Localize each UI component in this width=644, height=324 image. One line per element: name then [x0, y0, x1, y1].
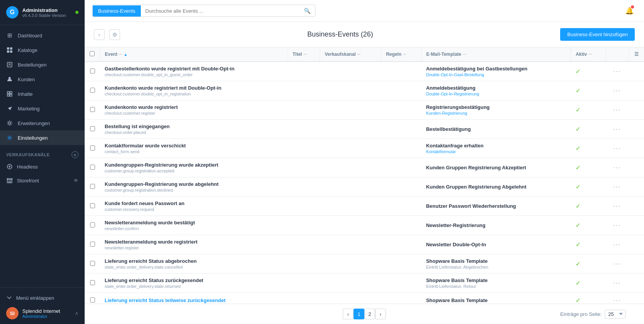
add-business-event-button[interactable]: Business-Event hinzufügen [560, 28, 635, 41]
event-key: checkout.customer.register [105, 111, 283, 115]
per-page-select[interactable]: 10 25 50 100 [605, 310, 626, 319]
sidebar-item-einstellungen[interactable]: Einstellungen [0, 130, 85, 145]
row-more-button[interactable]: ··· [613, 126, 621, 132]
collapse-menu-button[interactable]: Menü einklappen [6, 292, 78, 303]
template-name: Anmeldebestätigung bei Gastbestellungen [426, 66, 566, 72]
row-actions-cell: ··· [606, 197, 629, 216]
row-more-button[interactable]: ··· [613, 164, 621, 171]
aktiv-sort-icon[interactable]: ··· [589, 52, 592, 57]
sidebar-item-bestellungen[interactable]: Bestellungen [0, 57, 85, 72]
search-tab[interactable]: Business-Events [93, 5, 141, 17]
regeln-cell [381, 120, 421, 139]
email-template-cell: Shopware Basis Template [421, 293, 571, 304]
row-more-button[interactable]: ··· [613, 87, 621, 94]
row-checkbox[interactable] [90, 297, 95, 302]
row-checkbox[interactable] [90, 126, 95, 131]
row-more-button[interactable]: ··· [613, 203, 621, 209]
row-more-button[interactable]: ··· [613, 261, 621, 267]
svg-rect-11 [10, 94, 12, 96]
page-2-button[interactable]: 2 [364, 309, 375, 319]
svg-rect-2 [7, 50, 9, 53]
row-checkbox[interactable] [90, 184, 95, 189]
row-checkbox[interactable] [90, 145, 95, 150]
next-page-button[interactable]: › [375, 309, 386, 319]
row-checkbox[interactable] [90, 222, 95, 227]
email-template-sort-icon[interactable]: ··· [463, 52, 466, 57]
event-cell: Kundengruppen-Registrierung wurde abgele… [100, 177, 288, 197]
event-key: checkout.customer.double_opt_in_guest_or… [105, 72, 283, 77]
page-1-button[interactable]: 1 [354, 309, 364, 319]
back-button[interactable]: ‹ [94, 29, 105, 40]
sidebar-item-dashboard[interactable]: ⊞ Dashboard [0, 28, 85, 43]
titel-sort-icon[interactable]: ··· [304, 52, 307, 57]
search-icon[interactable]: 🔍 [299, 5, 315, 17]
aktiv-check: ✓ [576, 261, 581, 267]
row-checkbox[interactable] [90, 242, 95, 247]
row-actions-cell: ··· [606, 158, 629, 177]
sidebar-item-inhalte[interactable]: Inhalte [0, 87, 85, 101]
svg-point-13 [9, 137, 11, 139]
column-menu-icon[interactable]: ☰ [634, 52, 639, 57]
sidebar-item-kunden[interactable]: Kunden [0, 72, 85, 87]
event-cell: Kontaktformular wurde verschickt contact… [100, 139, 288, 158]
sidebar-item-headless[interactable]: Headless [0, 160, 85, 174]
table-row: Newsletteranmeldung wurde bestätigt news… [85, 216, 644, 235]
storefront-icon [6, 177, 13, 184]
row-checkbox[interactable] [90, 107, 95, 112]
search-input[interactable] [141, 5, 299, 17]
row-checkbox[interactable] [90, 261, 95, 266]
row-more-button[interactable]: ··· [613, 107, 621, 113]
sidebar-item-marketing[interactable]: Marketing [0, 101, 85, 116]
verkaufskanal-cell [320, 139, 381, 158]
add-channel-button[interactable]: + [72, 151, 78, 158]
row-checkbox-cell [85, 100, 100, 120]
email-template-cell: Newsletter-Registrierung [421, 216, 571, 235]
titel-cell [288, 158, 320, 177]
table-body: Gastbestellerkonto wurde registriert mit… [85, 62, 644, 304]
notification-badge [631, 5, 634, 8]
regeln-sort-icon[interactable]: ··· [403, 52, 406, 57]
regeln-cell [381, 158, 421, 177]
row-more-button[interactable]: ··· [613, 222, 621, 229]
aktiv-check: ✓ [576, 107, 581, 113]
aktiv-cell: ✓ [571, 293, 606, 304]
row-checkbox[interactable] [90, 203, 95, 208]
inhalte-icon [6, 90, 13, 97]
app-version: v6.4.3.0 Stable Version [22, 13, 72, 18]
row-more-button[interactable]: ··· [613, 241, 621, 248]
notification-bell[interactable]: 🔔 [622, 4, 636, 18]
event-name: Kontaktformular wurde verschickt [105, 143, 283, 149]
regeln-cell [381, 216, 421, 235]
select-all-checkbox[interactable] [90, 51, 95, 56]
row-checkbox[interactable] [90, 280, 95, 285]
settings-button[interactable]: ⚙ [109, 29, 120, 40]
collapse-icon [6, 295, 12, 301]
row-checkbox[interactable] [90, 165, 95, 170]
regeln-cell [381, 274, 421, 293]
row-checkbox[interactable] [90, 88, 95, 93]
row-checkbox[interactable] [90, 68, 95, 73]
regeln-cell [381, 254, 421, 274]
user-profile[interactable]: SI Splendid Internet Administrator ∧ [6, 303, 78, 319]
event-sort-icon[interactable]: ··· [119, 52, 122, 57]
row-more-button[interactable]: ··· [613, 280, 621, 286]
row-more-button[interactable]: ··· [613, 297, 621, 304]
col-menu-header[interactable]: ☰ [629, 47, 644, 62]
row-more-button[interactable]: ··· [613, 145, 621, 152]
email-template-cell: Kunden Gruppen Registrierung Abgelehnt [421, 177, 571, 197]
sidebar-item-storefront[interactable]: Storefront 👁 [0, 174, 85, 187]
select-all-header[interactable] [85, 47, 100, 62]
row-checkbox-cell [85, 177, 100, 197]
row-more-button[interactable]: ··· [613, 184, 621, 190]
titel-cell [288, 293, 320, 304]
prev-page-button[interactable]: ‹ [343, 309, 354, 319]
aktiv-cell: ✓ [571, 177, 606, 197]
row-more-button[interactable]: ··· [613, 68, 621, 75]
verkaufskanal-cell [320, 81, 381, 100]
row-checkbox-cell [85, 62, 100, 81]
email-template-cell: Kunden Gruppen Registrierung Akzeptiert [421, 158, 571, 177]
verkaufskanal-sort-icon[interactable]: ··· [357, 52, 360, 57]
aktiv-cell: ✓ [571, 235, 606, 254]
sidebar-item-erweiterungen[interactable]: Erweiterungen [0, 116, 85, 130]
sidebar-item-kataloge[interactable]: Kataloge [0, 43, 85, 57]
